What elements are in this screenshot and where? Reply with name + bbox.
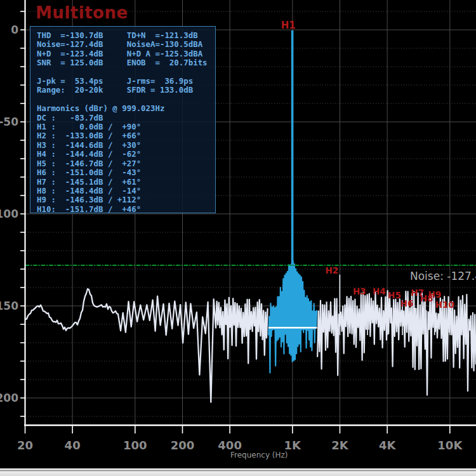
x-tick-label: 40	[52, 439, 93, 452]
harmonic-marker-label-h1: H1	[281, 20, 296, 31]
harmonic-marker-label-h5: H5	[388, 290, 401, 300]
x-tick-label: 200	[162, 439, 203, 452]
info-line: SNR = 125.0dB ENOB = 20.7bits	[37, 58, 215, 67]
harmonic-marker-label-h3: H3	[353, 286, 366, 296]
window-bottom-edge[interactable]	[0, 468, 476, 476]
y-tick-label: -200	[0, 391, 18, 405]
harmonic-marker-label-h10: H10	[435, 300, 454, 310]
info-line: H4 : -144.4dB / -62°	[37, 150, 215, 159]
y-tick-label: -50	[0, 115, 18, 129]
multitone-analyzer-window: Multitone THD =-130.7dB TD+N =-121.3dBNo…	[0, 0, 476, 476]
info-line: H9 : -146.3dB / +112°	[37, 195, 215, 204]
info-line	[37, 68, 215, 77]
y-tick-label: -100	[0, 207, 18, 221]
x-tick-label: 20	[5, 439, 46, 452]
harmonic-marker-label-h9: H9	[428, 289, 441, 300]
info-line: H1 : 0.0dB / +90°	[37, 122, 215, 131]
x-tick-label: 100	[115, 439, 155, 452]
x-tick-label: 10K	[430, 439, 470, 452]
info-line: H10: -151.7dB / +46°	[37, 205, 215, 214]
info-line: Noise=-127.4dB NoiseA=-130.5dBA	[37, 40, 215, 49]
x-tick-label: 2K	[320, 439, 360, 452]
harmonic-marker-label-h6: H6	[400, 298, 414, 308]
x-axis-title: Frequency (Hz)	[230, 451, 288, 459]
x-tick-label: 400	[209, 439, 250, 452]
info-line: N+D =-123.4dB N+D A =-125.3dBA	[37, 50, 215, 58]
info-line: Range: 20-20k SFDR = 133.0dB	[37, 86, 215, 95]
info-line: H5 : -146.7dB / +27°	[37, 159, 215, 168]
info-line	[37, 95, 215, 104]
harmonic-marker-label-h2: H2	[325, 265, 338, 275]
info-line: H2 : -133.0dB / +66°	[37, 131, 215, 140]
x-tick-label: 4K	[367, 439, 407, 452]
info-line: H3 : -144.6dB / +30°	[37, 141, 215, 150]
plot-title: Multitone	[36, 3, 128, 22]
harmonic-marker-label-h4: H4	[373, 286, 386, 296]
y-tick-label: -150	[0, 299, 18, 313]
y-tick-label: 0	[0, 23, 18, 37]
measurement-band-line	[268, 327, 317, 329]
x-tick-label: 1K	[272, 439, 313, 452]
info-line: H8 : -148.4dB / -14°	[37, 187, 215, 195]
info-line: DC : -83.7dB	[37, 114, 215, 122]
noise-cursor-label: Noise: -127.4dB	[410, 270, 476, 282]
info-line: H6 : -151.0dB / -43°	[37, 168, 215, 177]
info-line: H7 : -145.1dB / +61°	[37, 178, 215, 187]
fundamental-skirt	[268, 30, 317, 373]
info-line: Harmonics (dBr) @ 999.023Hz	[37, 104, 215, 113]
measurement-info-panel: THD =-130.7dB TD+N =-121.3dBNoise=-127.4…	[30, 26, 216, 213]
fundamental-peak	[291, 30, 294, 279]
info-line: J-pk = 53.4ps J-rms= 36.9ps	[37, 77, 215, 86]
info-line: THD =-130.7dB TD+N =-121.3dB	[37, 31, 215, 40]
